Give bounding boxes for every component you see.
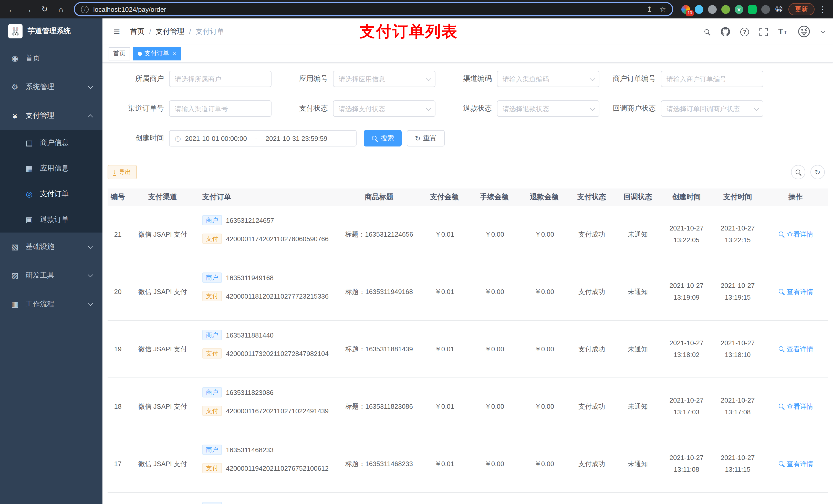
filter-refund-status: 退款状态: [435, 100, 599, 117]
avatar-caret-icon[interactable]: [820, 28, 826, 33]
export-button[interactable]: ↓ 导出: [108, 165, 137, 179]
tab-close-icon[interactable]: ×: [173, 50, 176, 57]
cell-channel: 微信 JSAPI 支付: [128, 435, 197, 492]
github-icon[interactable]: [721, 27, 730, 37]
breadcrumb-separator: /: [149, 28, 151, 36]
table-toolbar: ↓ 导出 ↻: [108, 165, 828, 179]
sidebar-item-infra[interactable]: ▧ 基础设施: [0, 233, 102, 261]
font-size-icon[interactable]: TT: [778, 27, 787, 37]
extension-icon-blue[interactable]: [695, 5, 704, 14]
create-time: 13:17:03: [673, 406, 699, 418]
chevron-up-icon: [88, 114, 93, 119]
sidebar-item-workflow[interactable]: ▥ 工作流程: [0, 290, 102, 318]
channel-code-select[interactable]: [497, 71, 599, 87]
filter-row-2: 渠道订单号 支付状态 退款状态: [108, 100, 828, 117]
notify-status-input[interactable]: [661, 100, 763, 117]
browser-profile-avatar[interactable]: 😀: [775, 5, 783, 14]
question-icon[interactable]: ?: [740, 27, 749, 36]
browser-update-button[interactable]: 更新: [788, 3, 814, 15]
share-icon[interactable]: ↥: [646, 5, 652, 13]
cell-create-time: 2021-10-27 13:18:02: [661, 321, 712, 378]
sidebar-item-merchant-info[interactable]: ▤ 商户信息: [0, 130, 102, 156]
pinned-extension-icon[interactable]: [761, 5, 770, 14]
merchant-order-no-field[interactable]: [661, 71, 763, 87]
refresh-table-button[interactable]: ↻: [810, 165, 825, 179]
channel-order-no-input[interactable]: [169, 100, 271, 117]
cell-pay-time: 2021-10-27 13:17:08: [712, 378, 763, 435]
channel-order-no-field[interactable]: [169, 100, 271, 117]
sidebar-item-pay-order[interactable]: ◎ 支付订单: [0, 181, 102, 207]
browser-forward-button[interactable]: →: [22, 3, 35, 16]
merchant-order-line: 商户 1635312124657: [203, 215, 274, 225]
extension-icon-gray[interactable]: [708, 5, 717, 14]
create-time-range-picker[interactable]: ◷ 2021-10-01 00:00:00 - 2021-10-31 23:59…: [169, 130, 357, 146]
pay-time: 13:22:15: [724, 234, 751, 246]
toggle-search-button[interactable]: [791, 165, 805, 179]
cell-amount: ￥0.01: [420, 263, 469, 320]
channel-code-input[interactable]: [497, 71, 599, 87]
sidebar-item-payment[interactable]: ¥ 支付管理: [0, 101, 102, 130]
view-detail-link[interactable]: 查看详情: [778, 402, 813, 411]
bookmark-star-icon[interactable]: ☆: [660, 5, 666, 13]
search-icon[interactable]: [704, 28, 711, 35]
browser-reload-button[interactable]: ↻: [38, 3, 51, 16]
sidebar-item-label: 支付订单: [40, 190, 69, 199]
channel-pay-no: 4200001194202110276752100612: [226, 464, 329, 472]
pay-status-select[interactable]: [333, 100, 435, 117]
reset-button[interactable]: ↻ 重置: [407, 130, 445, 146]
tab-home[interactable]: 首页: [109, 47, 130, 60]
wechat-devtools-icon[interactable]: [748, 5, 757, 14]
refund-status-input[interactable]: [497, 100, 599, 117]
app-logo[interactable]: 🐰 芋道管理系统: [0, 19, 102, 44]
search-button[interactable]: 搜索: [364, 130, 402, 146]
refund-status-select[interactable]: [497, 100, 599, 117]
merchant-order-no-input[interactable]: [661, 71, 763, 87]
cell-refund: ￥0.00: [520, 435, 569, 492]
extension-icon-olive[interactable]: [721, 5, 730, 14]
sidebar-item-system[interactable]: ⚙ 系统管理: [0, 73, 102, 101]
merchant-filter-input[interactable]: [169, 71, 271, 87]
browser-menu-icon[interactable]: ⋮: [818, 4, 828, 14]
view-detail-link[interactable]: 查看详情: [778, 287, 813, 296]
sidebar-item-home[interactable]: ◉ 首页: [0, 44, 102, 73]
merchant-filter-field[interactable]: [169, 71, 271, 87]
tab-pay-order[interactable]: 支付订单 ×: [133, 47, 181, 60]
sidebar-menu: ◉ 首页 ⚙ 系统管理 ¥ 支付管理 ▤ 商户信息: [0, 44, 102, 318]
app-filter-select[interactable]: [333, 71, 435, 87]
pay-date: 2021-10-27: [721, 453, 755, 464]
extension-icon-colorful[interactable]: 10: [681, 5, 690, 14]
browser-home-button[interactable]: ⌂: [54, 3, 68, 16]
view-detail-link[interactable]: 查看详情: [778, 230, 813, 239]
site-info-icon[interactable]: i: [81, 5, 89, 13]
breadcrumb-payment[interactable]: 支付管理: [156, 27, 185, 37]
app-filter-input[interactable]: [333, 71, 435, 87]
cell-action: 查看详情: [763, 378, 828, 435]
sidebar-item-devtools[interactable]: ▨ 研发工具: [0, 261, 102, 290]
vue-devtools-icon[interactable]: V: [735, 5, 743, 14]
column-header-status: 支付状态: [569, 193, 615, 202]
fullscreen-icon[interactable]: [759, 27, 768, 36]
breadcrumb-home[interactable]: 首页: [130, 27, 144, 37]
column-header-amount: 支付金额: [420, 193, 469, 202]
tab-label: 支付订单: [144, 49, 169, 58]
view-detail-label: 查看详情: [787, 344, 813, 354]
merchant-order-line: 商户 1635311468233: [203, 445, 273, 455]
pay-status-input[interactable]: [333, 100, 435, 117]
notify-status-select[interactable]: [661, 100, 763, 117]
create-date: 2021-10-27: [670, 338, 704, 349]
view-detail-link[interactable]: 查看详情: [778, 344, 813, 354]
browser-back-button[interactable]: ←: [5, 3, 19, 16]
cell-status: 支付成功: [569, 206, 615, 263]
merchant-order-line: 商户 1635311457: [203, 502, 263, 504]
pay-date: 2021-10-27: [721, 281, 755, 292]
user-avatar[interactable]: 😜: [797, 25, 811, 39]
channel-pay-no: 4200001167202110271022491439: [226, 407, 329, 415]
cell-channel: 微信 JSAPI 支付: [128, 263, 197, 320]
hamburger-icon[interactable]: ≡: [111, 26, 123, 38]
sidebar-item-app-info[interactable]: ▦ 应用信息: [0, 156, 102, 181]
address-bar[interactable]: i localhost:1024/pay/order ↥ ☆: [74, 2, 673, 16]
channel-order-line: 支付 4200001174202110278060590766: [203, 234, 329, 244]
cell-id: 19: [108, 321, 128, 378]
sidebar-item-refund-order[interactable]: ▣ 退款订单: [0, 207, 102, 233]
view-detail-link[interactable]: 查看详情: [778, 459, 813, 469]
